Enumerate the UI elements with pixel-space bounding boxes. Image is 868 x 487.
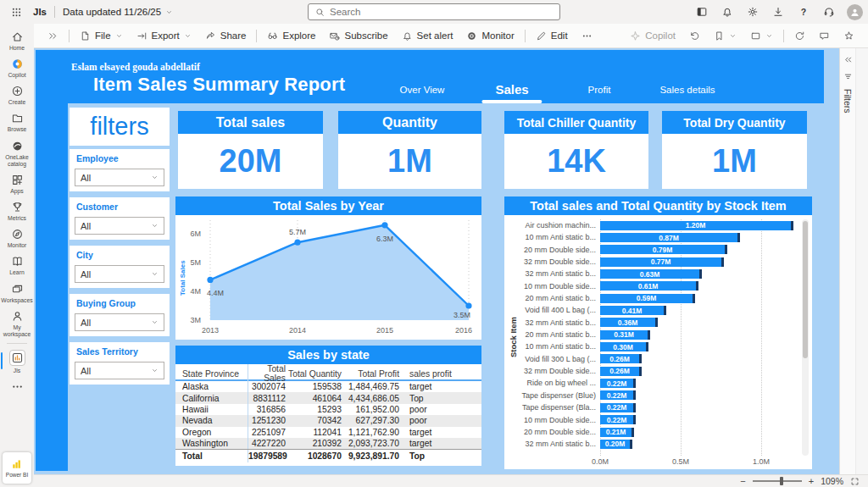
- bar[interactable]: 0.79M: [600, 245, 727, 254]
- column-header[interactable]: State Province: [182, 364, 248, 383]
- scrollbar-thumb[interactable]: [803, 221, 808, 358]
- more-options-button[interactable]: [575, 24, 599, 48]
- bar[interactable]: 0.30M: [600, 342, 648, 351]
- comments-button[interactable]: [812, 24, 837, 48]
- column-header[interactable]: Total Profit: [343, 369, 401, 379]
- settings-button[interactable]: [742, 0, 764, 24]
- sidebar-item-browse[interactable]: Browse: [0, 108, 34, 136]
- sidebar-item-jls[interactable]: Jls: [0, 346, 34, 377]
- downloads-button[interactable]: [767, 0, 789, 24]
- subscribe-button[interactable]: Subscribe: [322, 24, 394, 48]
- table-row[interactable]: Hawaii31685615293161,952.00poor: [175, 404, 481, 415]
- copilot-color-icon: [11, 58, 24, 70]
- view-button[interactable]: [743, 24, 780, 48]
- bar[interactable]: 0.22M: [600, 403, 636, 412]
- bar[interactable]: 0.22M: [600, 379, 636, 388]
- monitor-button[interactable]: Monitor: [459, 24, 520, 48]
- search-input[interactable]: [330, 7, 553, 17]
- line-chart[interactable]: 3M4M5M6MTotal Sales4.4M5.7M6.3M3.5M20132…: [175, 215, 481, 340]
- x-axis-tick: 1.0M: [753, 457, 770, 466]
- tab-sales-details[interactable]: Sales details: [659, 85, 715, 95]
- bar[interactable]: 0.77M: [600, 257, 724, 267]
- filter-dropdown[interactable]: All: [75, 362, 164, 379]
- bar-row: 0.22M: [600, 401, 799, 413]
- sidebar-item-workspaces[interactable]: Workspaces: [0, 279, 34, 307]
- bar[interactable]: 0.22M: [600, 390, 636, 400]
- bar[interactable]: 0.87M: [600, 233, 740, 242]
- sidebar-item-copilot[interactable]: Copilot: [0, 54, 34, 81]
- powerbi-logo[interactable]: Power BI: [3, 452, 31, 484]
- sidebar-item-onelake-catalog[interactable]: OneLake catalog: [0, 136, 34, 170]
- account-avatar[interactable]: [847, 4, 863, 20]
- fit-to-page-button[interactable]: [850, 477, 860, 486]
- reset-button[interactable]: [682, 24, 707, 48]
- table-row[interactable]: Nevada125123070342627,297.30poor: [175, 415, 481, 426]
- bar[interactable]: 0.22M: [600, 415, 636, 424]
- expand-filters-pane-button[interactable]: [843, 55, 853, 64]
- sidebar-item-learn[interactable]: Learn: [0, 252, 34, 279]
- table-row[interactable]: Alaska30020741595381,484,469.75target: [175, 381, 481, 392]
- sidebar-item-my-workspace[interactable]: My workspace: [0, 307, 34, 340]
- table-row[interactable]: Oregon22510971120411,121,762.90target: [175, 427, 481, 438]
- bar[interactable]: 0.36M: [600, 318, 658, 327]
- headset-icon: [823, 6, 835, 18]
- sidebar-more-button[interactable]: [0, 377, 34, 396]
- zoom-slider-thumb[interactable]: [780, 477, 783, 485]
- bar-chart-scrollbar[interactable]: [802, 219, 809, 456]
- favorite-button[interactable]: [837, 24, 861, 48]
- filter-dropdown[interactable]: All: [75, 217, 164, 235]
- bar[interactable]: 0.59M: [600, 294, 695, 303]
- export-button[interactable]: Export: [130, 24, 198, 48]
- sidebar-item-metrics[interactable]: Metrics: [0, 197, 34, 224]
- table-row[interactable]: Washington42272202103922,093,723.70targe…: [175, 438, 481, 449]
- copilot-button[interactable]: Copilot: [623, 24, 682, 48]
- zoom-slider[interactable]: [753, 480, 802, 482]
- sidebar-item-monitor[interactable]: Monitor: [0, 224, 34, 252]
- zoom-out-button[interactable]: −: [740, 477, 745, 486]
- bar[interactable]: 0.63M: [600, 269, 702, 279]
- bar-value-label: 0.26M: [609, 355, 630, 363]
- navigation-pane-button[interactable]: [691, 0, 713, 24]
- bookmarks-button[interactable]: [707, 24, 743, 48]
- filter-dropdown[interactable]: All: [75, 265, 164, 283]
- bar-category-label: Ride on big wheel ...: [519, 377, 600, 389]
- dataset-status-button[interactable]: Data updated 11/26/25: [63, 0, 173, 24]
- sidebar-item-create[interactable]: Create: [0, 81, 34, 108]
- bar[interactable]: 0.26M: [600, 367, 642, 376]
- edit-button[interactable]: Edit: [529, 24, 575, 48]
- bar[interactable]: 0.26M: [600, 354, 642, 363]
- filter-dropdown[interactable]: All: [75, 169, 164, 186]
- sidebar-item-apps[interactable]: Apps: [0, 170, 34, 197]
- bar[interactable]: 0.61M: [600, 281, 698, 291]
- filter-funnel-icon[interactable]: [843, 72, 853, 81]
- filter-card-city: CityAll: [70, 246, 170, 288]
- file-button[interactable]: File: [73, 24, 130, 48]
- zoom-in-button[interactable]: +: [809, 477, 814, 486]
- column-header[interactable]: Total Quantity: [287, 369, 343, 379]
- bar[interactable]: 0.21M: [600, 428, 634, 437]
- bar[interactable]: 0.20M: [600, 440, 632, 449]
- share-button[interactable]: Share: [198, 24, 253, 48]
- tab-sales[interactable]: Sales: [495, 82, 528, 97]
- help-button[interactable]: ?: [793, 0, 815, 24]
- refresh-button[interactable]: [787, 24, 812, 48]
- filter-dropdown[interactable]: All: [75, 313, 164, 331]
- bar[interactable]: 1.20M: [600, 221, 793, 230]
- workspace-badge[interactable]: Jls: [33, 7, 47, 17]
- expand-pane-button[interactable]: [41, 24, 65, 48]
- bar-category-label: Tape dispenser (Blue): [519, 390, 600, 401]
- notifications-button[interactable]: [716, 0, 738, 24]
- bar[interactable]: 0.41M: [600, 306, 666, 315]
- bar[interactable]: 0.31M: [600, 330, 650, 340]
- tab-over-view[interactable]: Over View: [400, 85, 445, 95]
- column-header[interactable]: Total Sales: [248, 364, 287, 383]
- tab-profit[interactable]: Profit: [588, 85, 611, 95]
- explore-button[interactable]: Explore: [260, 24, 322, 48]
- feedback-button[interactable]: [818, 0, 840, 24]
- page-scrollbar-track[interactable]: [855, 48, 868, 474]
- table-row[interactable]: California88311124610644,434,686.05Top: [175, 392, 481, 403]
- app-launcher-button[interactable]: [0, 0, 33, 24]
- column-header[interactable]: sales profit: [401, 369, 475, 379]
- set-alert-button[interactable]: Set alert: [395, 24, 460, 48]
- sidebar-item-home[interactable]: Home: [0, 27, 34, 54]
